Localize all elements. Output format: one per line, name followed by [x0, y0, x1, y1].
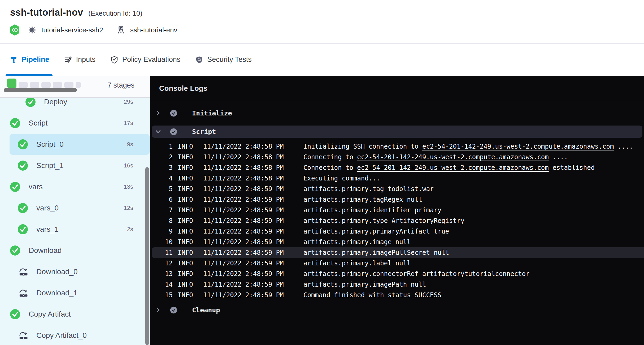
log-line[interactable]: 15 INFO 11/11/2022 2:48:59 PM Command fi…: [150, 290, 644, 300]
stage-label: Download_1: [36, 289, 78, 297]
line-number: 4: [150, 175, 173, 182]
stage-progress-square[interactable]: [53, 82, 62, 88]
log-line[interactable]: 14 INFO 11/11/2022 2:48:59 PM artifacts.…: [150, 279, 644, 290]
log-line[interactable]: 8 INFO 11/11/2022 2:48:59 PM artifacts.p…: [150, 215, 644, 226]
log-level: INFO: [178, 185, 203, 193]
stage-row-vars-1[interactable]: vars_1 2s: [0, 219, 150, 240]
stage-label: Script_0: [36, 140, 64, 149]
line-number: 6: [150, 196, 173, 203]
tab-security-tests[interactable]: Security Tests: [191, 44, 256, 76]
stage-row-script[interactable]: Script 17s: [0, 113, 150, 134]
chevron-right-icon[interactable]: [155, 307, 161, 313]
stage-row-vars[interactable]: vars 13s: [0, 176, 150, 197]
tab-policy-evaluations[interactable]: Policy Evaluations: [106, 44, 185, 76]
log-line[interactable]: 7 INFO 11/11/2022 2:48:59 PM artifacts.p…: [150, 205, 644, 215]
stage-row-copy-artifact-0[interactable]: Copy Artifact_0: [0, 325, 150, 345]
stage-label: Deploy: [44, 98, 67, 106]
log-timestamp: 11/11/2022 2:48:58 PM: [203, 143, 303, 150]
check-circle-icon: [10, 245, 20, 256]
log-level: INFO: [178, 270, 203, 278]
log-line[interactable]: 5 INFO 11/11/2022 2:48:59 PM artifacts.p…: [150, 184, 644, 194]
stage-row-copy-artifact[interactable]: Copy Artifact: [0, 304, 150, 325]
log-message: artifacts.primary.type ArtifactoryRegist…: [303, 217, 464, 225]
stage-label: Download: [29, 246, 62, 255]
chevron-down-icon[interactable]: [155, 128, 161, 135]
log-message: Connecting to ec2-54-201-142-249.us-west…: [303, 153, 568, 161]
log-line[interactable]: 12 INFO 11/11/2022 2:48:59 PM artifacts.…: [150, 258, 644, 269]
log-level: INFO: [178, 196, 203, 203]
log-level: INFO: [178, 143, 203, 150]
stage-progress-square[interactable]: [19, 82, 28, 88]
stage-row-vars-0[interactable]: vars_0 12s: [0, 197, 150, 219]
stage-label: Download_0: [36, 268, 78, 276]
console-body: Initialize Script 1 INFO 11/11/2022 2:48…: [150, 101, 644, 345]
log-timestamp: 11/11/2022 2:48:58 PM: [203, 175, 303, 182]
stage-list-scrollbar[interactable]: [145, 167, 149, 345]
log-section-cleanup[interactable]: Cleanup: [150, 304, 644, 316]
host-link[interactable]: ec2-54-201-142-249.us-west-2.compute.ama…: [357, 153, 549, 161]
line-number: 12: [150, 260, 173, 267]
log-timestamp: 11/11/2022 2:48:59 PM: [203, 238, 303, 246]
tab-inputs[interactable]: Inputs: [60, 44, 100, 76]
log-line[interactable]: 6 INFO 11/11/2022 2:48:59 PM artifacts.p…: [150, 194, 644, 205]
console-panel: Console Logs Initialize Script 1 INFO: [150, 76, 644, 345]
log-level: INFO: [178, 281, 203, 288]
log-line[interactable]: 4 INFO 11/11/2022 2:48:58 PM Executing c…: [150, 173, 644, 184]
log-line[interactable]: 10 INFO 11/11/2022 2:48:59 PM artifacts.…: [150, 237, 644, 247]
log-section-initialize[interactable]: Initialize: [150, 107, 644, 119]
log-timestamp: 11/11/2022 2:48:59 PM: [203, 281, 303, 288]
log-level: INFO: [178, 228, 203, 235]
log-timestamp: 11/11/2022 2:48:59 PM: [203, 217, 303, 225]
log-line-highlighted[interactable]: 11 INFO 11/11/2022 2:48:59 PM artifacts.…: [152, 247, 644, 258]
log-timestamp: 11/11/2022 2:48:59 PM: [203, 291, 303, 299]
stage-progress-square[interactable]: [41, 82, 51, 88]
log-level: INFO: [178, 164, 203, 171]
host-link[interactable]: ec2-54-201-142-249.us-west-2.compute.ama…: [357, 164, 549, 171]
stage-progress-square-done[interactable]: [7, 79, 16, 88]
tab-pipeline[interactable]: Pipeline: [6, 44, 54, 76]
log-timestamp: 11/11/2022 2:48:59 PM: [203, 228, 303, 235]
stage-row-download[interactable]: Download: [0, 240, 150, 261]
inputs-icon: [64, 56, 72, 64]
line-number: 7: [150, 206, 173, 214]
log-line[interactable]: 1 INFO 11/11/2022 2:48:58 PM Initializin…: [150, 141, 644, 152]
stage-row-deploy[interactable]: Deploy 29s: [0, 98, 150, 113]
line-number: 2: [150, 153, 173, 161]
log-message: artifacts.primary.primaryArtifact true: [303, 228, 449, 235]
line-number: 1: [150, 143, 173, 150]
check-circle-icon: [25, 98, 36, 107]
environment-chip[interactable]: ssh-tutorial-env: [117, 25, 177, 34]
command-step-icon: [18, 330, 28, 340]
log-timestamp: 11/11/2022 2:48:59 PM: [203, 206, 303, 214]
stage-row-download-0[interactable]: Download_0: [0, 261, 150, 282]
command-step-icon: [18, 288, 28, 298]
log-line[interactable]: 2 INFO 11/11/2022 2:48:58 PM Connecting …: [150, 152, 644, 162]
check-circle-icon: [10, 309, 20, 319]
log-line[interactable]: 13 INFO 11/11/2022 2:48:59 PM artifacts.…: [150, 269, 644, 279]
stage-row-script-1[interactable]: Script_1 16s: [0, 155, 150, 176]
stage-progress-square[interactable]: [30, 82, 39, 88]
line-number: 14: [150, 281, 173, 288]
log-level: INFO: [178, 153, 203, 161]
stage-progress-square[interactable]: [64, 82, 73, 88]
log-timestamp: 11/11/2022 2:48:59 PM: [203, 270, 303, 278]
stage-progress-square[interactable]: [76, 82, 81, 88]
environment-name-label: ssh-tutorial-env: [130, 26, 177, 34]
stage-progress-bar[interactable]: [7, 79, 87, 88]
stage-duration: 29s: [124, 98, 133, 105]
stage-row-download-1[interactable]: Download_1: [0, 282, 150, 304]
stage-row-script-0[interactable]: Script_0 9s: [0, 134, 150, 155]
execution-id-label: (Execution Id: 10): [88, 9, 142, 18]
log-message: Connection to ec2-54-201-142-249.us-west…: [303, 164, 595, 171]
stage-progress-scrollbar[interactable]: [4, 88, 77, 92]
log-line[interactable]: 9 INFO 11/11/2022 2:48:59 PM artifacts.p…: [150, 226, 644, 237]
log-line[interactable]: 3 INFO 11/11/2022 2:48:58 PM Connection …: [150, 162, 644, 173]
page-title: ssh-tutorial-nov: [10, 7, 83, 18]
service-chip[interactable]: tutorial-service-ssh2: [28, 26, 103, 34]
chevron-right-icon[interactable]: [155, 110, 161, 116]
host-link[interactable]: ec2-54-201-142-249.us-west-2.compute.ama…: [422, 143, 614, 150]
security-shield-scan-icon: [195, 56, 203, 64]
line-number: 8: [150, 217, 173, 225]
log-section-script[interactable]: Script: [152, 126, 642, 138]
section-label: Cleanup: [192, 306, 220, 314]
